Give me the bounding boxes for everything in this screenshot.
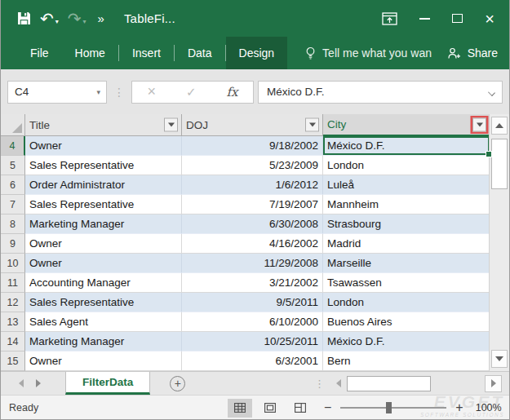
cancel-icon[interactable]: × <box>147 83 156 100</box>
cell-city[interactable]: México D.F. <box>323 136 490 156</box>
enter-icon[interactable]: ✓ <box>186 85 197 99</box>
row-number[interactable]: 15 <box>1 351 25 371</box>
cell-doj[interactable]: 6/10/2000 <box>182 312 323 332</box>
close-icon[interactable]: × <box>485 11 494 26</box>
filter-button-title[interactable] <box>164 118 178 132</box>
cell-city[interactable]: México D.F. <box>323 332 490 351</box>
cell-city[interactable]: Madrid <box>323 234 490 254</box>
tab-insert[interactable]: Insert <box>119 37 174 69</box>
cell-city[interactable]: London <box>323 293 490 312</box>
cell-doj[interactable]: 5/23/2009 <box>182 156 323 175</box>
horizontal-scroll-thumb[interactable] <box>347 376 431 391</box>
maximize-icon[interactable] <box>452 14 463 23</box>
tab-design[interactable]: Design <box>226 37 288 69</box>
row-number[interactable]: 13 <box>1 312 25 332</box>
cell-title[interactable]: Sales Representative <box>25 293 182 312</box>
zoom-in-button[interactable]: + <box>455 400 463 415</box>
customize-toolbar-icon[interactable]: » <box>98 11 104 25</box>
tabbar-splitter[interactable]: ⋮ <box>314 378 325 390</box>
new-sheet-button[interactable]: + <box>170 376 185 391</box>
row-number[interactable]: 7 <box>1 195 25 214</box>
cell-doj[interactable]: 6/3/2001 <box>182 351 323 371</box>
cell-doj[interactable]: 7/19/2007 <box>182 195 323 214</box>
hscroll-right-button[interactable] <box>485 375 502 392</box>
zoom-level[interactable]: 100% <box>476 402 502 413</box>
formula-input[interactable]: México D.F. <box>258 81 503 104</box>
cell-title[interactable]: Sales Agent <box>25 312 182 332</box>
sheet-tab-filterdata[interactable]: FilterData <box>65 372 150 395</box>
cell-title[interactable]: Accounting Manager <box>25 273 182 293</box>
next-sheet-icon[interactable] <box>36 379 41 387</box>
cell-city[interactable]: Buenos Aires <box>323 312 490 332</box>
cell-city[interactable]: Mannheim <box>323 195 490 214</box>
row-number[interactable]: 12 <box>1 293 25 312</box>
cell-doj[interactable]: 11/29/2008 <box>182 254 323 273</box>
cell-doj[interactable]: 9/5/2011 <box>182 293 323 312</box>
zoom-slider[interactable] <box>340 407 446 409</box>
cell-doj[interactable]: 6/30/2008 <box>182 214 323 234</box>
column-header-title[interactable]: Title <box>25 114 182 136</box>
row-number[interactable]: 4 <box>1 136 25 156</box>
cell-title[interactable]: Order Administrator <box>25 175 182 195</box>
row-number[interactable]: 14 <box>1 332 25 351</box>
cell-city[interactable]: Bern <box>323 351 490 371</box>
page-layout-view-button[interactable] <box>258 399 282 418</box>
name-box-caret-icon[interactable]: ▾ <box>96 88 100 96</box>
undo-dropdown-caret[interactable]: ▾ <box>55 18 59 25</box>
cell-doj[interactable]: 4/16/2002 <box>182 234 323 254</box>
save-icon[interactable] <box>17 11 31 25</box>
row-number[interactable]: 6 <box>1 175 25 195</box>
cell-doj[interactable]: 1/6/2012 <box>182 175 323 195</box>
ribbon-display-options-icon[interactable] <box>382 12 397 25</box>
insert-function-icon[interactable]: fx <box>226 85 237 99</box>
cell-title[interactable]: Owner <box>25 254 182 273</box>
cell-doj[interactable]: 9/18/2002 <box>182 136 323 156</box>
cell-title[interactable]: Owner <box>25 351 182 371</box>
cell-title[interactable]: Marketing Manager <box>25 332 182 351</box>
filter-button-city[interactable] <box>472 117 486 131</box>
zoom-out-button[interactable]: − <box>324 400 331 415</box>
row-number[interactable]: 11 <box>1 273 25 293</box>
tell-me-box[interactable]: Tell me what you wan <box>305 37 432 69</box>
row-number[interactable]: 8 <box>1 214 25 234</box>
cell-city[interactable]: Marseille <box>323 254 490 273</box>
normal-view-button[interactable] <box>228 399 252 418</box>
minimize-icon[interactable] <box>419 18 430 20</box>
vertical-scroll-thumb[interactable] <box>491 139 508 189</box>
scroll-down-button[interactable] <box>491 350 508 368</box>
share-button[interactable]: Share <box>447 37 498 69</box>
cell-city[interactable]: Strasbourg <box>323 214 490 234</box>
cell-city[interactable]: Luleå <box>323 175 490 195</box>
tab-home[interactable]: Home <box>62 37 118 69</box>
row-number[interactable]: 5 <box>1 156 25 175</box>
previous-sheet-icon[interactable] <box>19 379 24 387</box>
page-break-preview-button[interactable] <box>288 399 313 418</box>
cell-title[interactable]: Sales Representative <box>25 156 182 175</box>
formula-bar-expand-icon[interactable] <box>488 89 495 96</box>
tab-file[interactable]: File <box>17 37 62 69</box>
redo-button[interactable]: ↷ ▾ <box>68 11 86 26</box>
row-number[interactable]: 10 <box>1 254 25 273</box>
cell-city[interactable]: London <box>323 156 490 175</box>
select-all-corner[interactable] <box>1 114 25 136</box>
cell-title[interactable]: Sales Representative <box>25 195 182 214</box>
tab-data[interactable]: Data <box>175 37 225 69</box>
cell-doj[interactable]: 3/21/2002 <box>182 273 323 293</box>
column-header-city-label: City <box>327 118 346 130</box>
cell-city[interactable]: Tsawassen <box>323 273 490 293</box>
filter-button-doj[interactable] <box>305 118 319 132</box>
zoom-slider-handle[interactable] <box>386 402 392 413</box>
column-header-doj[interactable]: DOJ <box>182 114 323 136</box>
formula-bar-splitter[interactable]: ⋮ <box>113 86 125 99</box>
name-box[interactable]: C4 ▾ <box>7 81 107 104</box>
redo-dropdown-caret[interactable]: ▾ <box>83 18 86 25</box>
row-number[interactable]: 9 <box>1 234 25 254</box>
cell-title[interactable]: Owner <box>25 234 182 254</box>
cell-title[interactable]: Owner <box>25 136 182 156</box>
undo-button[interactable]: ↶ ▾ <box>40 11 59 26</box>
column-header-city[interactable]: City <box>323 114 490 136</box>
hscroll-left-icon[interactable] <box>336 379 341 387</box>
cell-title[interactable]: Marketing Manager <box>25 214 182 234</box>
scroll-up-button[interactable] <box>491 117 508 135</box>
cell-doj[interactable]: 10/25/2011 <box>182 332 323 351</box>
